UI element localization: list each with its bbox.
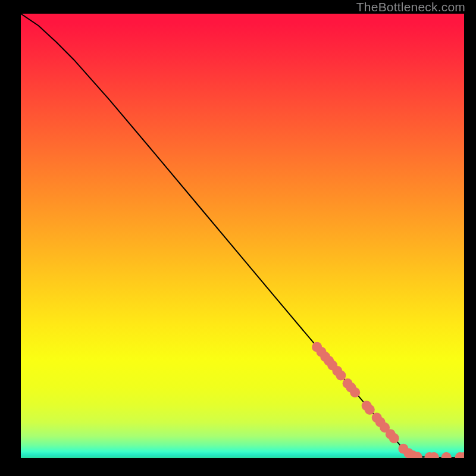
watermark-text: TheBottleneck.com — [356, 0, 465, 14]
data-dot — [336, 371, 346, 381]
data-dot — [375, 417, 386, 427]
data-dot — [312, 342, 322, 352]
data-dot — [389, 433, 399, 443]
data-dot — [380, 422, 390, 433]
data-dot — [441, 452, 452, 458]
data-dot — [350, 387, 360, 397]
data-dot — [429, 452, 439, 458]
data-dot — [317, 347, 327, 357]
data-dot — [412, 452, 422, 458]
data-dot — [372, 413, 382, 423]
data-dot — [403, 448, 414, 458]
data-dot — [324, 356, 334, 366]
data-dot — [408, 450, 418, 458]
main-curve — [21, 14, 464, 458]
data-dot — [362, 400, 372, 411]
data-dot — [424, 452, 434, 458]
data-dot — [320, 352, 330, 362]
data-dot — [343, 378, 353, 389]
data-dot — [365, 405, 375, 415]
data-dot — [455, 452, 464, 458]
data-dot — [398, 444, 408, 454]
data-dot — [327, 360, 337, 370]
data-dot — [346, 383, 356, 393]
data-dot — [459, 452, 465, 458]
chart-svg — [21, 14, 464, 458]
dot-layer — [312, 342, 464, 458]
data-dot — [386, 429, 396, 439]
data-dot — [332, 366, 342, 376]
chart-stage: TheBottleneck.com — [0, 0, 476, 476]
plot-area — [21, 14, 464, 458]
